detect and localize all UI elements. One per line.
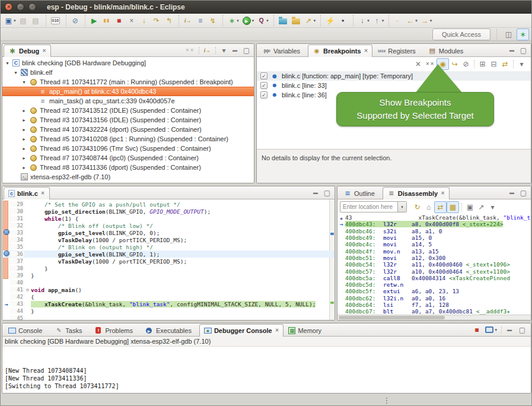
- instruction-stepping-button[interactable]: i→: [182, 15, 195, 27]
- breakpoint-checkbox[interactable]: ✓: [260, 91, 267, 99]
- view-tab[interactable]: Executables: [141, 324, 199, 337]
- debug-tree-item[interactable]: ▸ Thread #6 1073431096 (Tmr Svc) (Suspen…: [2, 144, 254, 153]
- editor-line[interactable]: 44 }: [2, 307, 335, 315]
- maximize-button[interactable]: ▢: [241, 45, 252, 56]
- view-tab[interactable]: Disassembly ✕: [383, 187, 450, 199]
- tree-expander-icon[interactable]: ▸: [21, 137, 27, 142]
- disassembly-row[interactable]: 400dbc49:movia15, 0: [337, 234, 531, 241]
- debug-tree-item[interactable]: ▸ Thread #2 1073413512 (IDLE) (Suspended…: [2, 106, 254, 115]
- disassembly-row[interactable]: 400dbc5a:call80x40084314 <xTaskCreatePin…: [337, 275, 531, 281]
- disassembly-row[interactable]: 400dbc5d:retw.n: [337, 281, 531, 288]
- disconnect-button[interactable]: ×: [126, 15, 138, 27]
- editor-gutter-marker[interactable]: [2, 301, 10, 307]
- view-tab[interactable]: Variables: [258, 45, 308, 57]
- new-wizard-button[interactable]: ▣ ▾: [3, 15, 18, 27]
- fold-marker-icon[interactable]: ⊖: [24, 287, 31, 293]
- debug-tree-item[interactable]: ▾ Thread #1 1073411772 (main : Running) …: [2, 77, 254, 87]
- collapse-all-button[interactable]: ⊟: [488, 58, 499, 70]
- next-annotation-button[interactable]: ↓ ▾: [356, 15, 371, 27]
- editor-line[interactable]: 30 gpio_set_direction(BLINK_GPIO, GPIO_M…: [2, 208, 335, 215]
- maximize-button[interactable]: ▢: [518, 188, 529, 198]
- save-button[interactable]: ▤: [18, 15, 30, 27]
- editor-line[interactable]: 36 gpio_set_level(BLINK_GPIO, 1);: [2, 250, 335, 258]
- debug-tree-item[interactable]: ▾ blink checking [GDB Hardware Debugging…: [2, 58, 254, 68]
- combo-dropdown-icon[interactable]: ▾: [397, 202, 406, 212]
- open-perspective-button[interactable]: ◫: [503, 28, 514, 40]
- debug-tree[interactable]: ▾ blink checking [GDB Hardware Debugging…: [2, 57, 254, 183]
- step-return-button[interactable]: ↰: [163, 15, 176, 27]
- horizontal-scrollbar[interactable]: [337, 315, 531, 320]
- window-minimize-button[interactable]: –: [17, 3, 24, 11]
- save-all-button[interactable]: ▤: [30, 15, 43, 27]
- editor-line[interactable]: 40: [2, 279, 335, 286]
- open-element-button[interactable]: ↗ ▾: [303, 15, 318, 27]
- window-close-button[interactable]: ✕: [5, 3, 12, 11]
- open-folder-button[interactable]: [277, 15, 290, 27]
- tree-expander-icon[interactable]: ▾: [21, 80, 27, 85]
- tab-close-icon[interactable]: ✕: [440, 191, 445, 196]
- track-expression-toggle[interactable]: ⇄: [434, 201, 447, 213]
- instruction-stepping-toggle[interactable]: i→: [202, 45, 213, 56]
- breakpoint-checkbox[interactable]: ✓: [260, 82, 267, 89]
- maximize-button[interactable]: ▢: [517, 325, 529, 335]
- use-step-filters-button[interactable]: ≡: [195, 15, 207, 27]
- editor-line[interactable]: 39 }: [2, 272, 335, 279]
- link-with-debug-button[interactable]: ⇄: [499, 58, 511, 70]
- console-body[interactable]: blink checking [GDB Hardware Debugging] …: [2, 337, 531, 393]
- tab-close-icon[interactable]: ✕: [364, 48, 368, 53]
- console-output[interactable]: [New Thread 1073408744][New Thread 10734…: [2, 344, 531, 393]
- open-resource-button[interactable]: [290, 15, 303, 27]
- refresh-button[interactable]: ↻: [412, 201, 423, 213]
- view-menu-button[interactable]: ▾: [218, 45, 230, 56]
- display-selected-console-button[interactable]: ▾: [483, 325, 499, 335]
- location-combo[interactable]: Enter location here ▾: [340, 201, 407, 212]
- previous-annotation-button[interactable]: ↑ ▾: [371, 15, 386, 27]
- debug-tree-item[interactable]: ▸ Thread #3 1073413156 (IDLE) (Suspended…: [2, 115, 254, 125]
- disassembly-row[interactable]: 400dbc46:s32ia8, a1, 0: [337, 228, 531, 234]
- debug-tree-item[interactable]: ▸ Thread #8 1073411336 (dport) (Suspende…: [2, 163, 254, 172]
- editor-line[interactable]: 35 /* Blink on (output high) */: [2, 243, 335, 250]
- suspend-button[interactable]: ▮▮: [101, 15, 113, 27]
- tree-expander-icon[interactable]: ▾: [13, 70, 18, 75]
- minimize-button[interactable]: ▬: [504, 325, 517, 335]
- maximize-button[interactable]: ▢: [518, 45, 529, 56]
- editor-line[interactable]: 34 vTaskDelay(1000 / portTICK_PERIOD_MS)…: [2, 236, 335, 243]
- expand-all-button[interactable]: ⊞: [477, 58, 488, 70]
- view-tab[interactable]: Memory: [283, 324, 329, 337]
- remove-all-breakpoints-button[interactable]: ✕✕: [424, 58, 437, 70]
- editor-line[interactable]: 31 while(1) {: [2, 215, 335, 222]
- location-input[interactable]: Enter location here: [340, 204, 397, 210]
- editor-gutter-marker[interactable]: [2, 229, 10, 236]
- disassembly-row[interactable]: 400dbc43:l32ra8, 0x400d00f8 <_stext+224>: [337, 221, 531, 227]
- disassembly-row[interactable]: 400dbc54:l32ra11, 0x400d0460 <_stext+109…: [337, 261, 531, 268]
- editor-gutter-marker[interactable]: [2, 250, 10, 258]
- view-tab[interactable]: Modules: [423, 45, 472, 57]
- disassembly-row[interactable]: 400dbc57:l32ra10, 0x400d0464 <_stext+110…: [337, 268, 531, 274]
- tree-expander-icon[interactable]: ▸: [21, 156, 27, 161]
- last-edit-location-button[interactable]: ←: [392, 15, 404, 27]
- debug-tree-item[interactable]: xtensa-esp32-elf-gdb (7.10): [2, 172, 254, 182]
- debug-tree-item[interactable]: ▸ Thread #4 1073432224 (dport) (Suspende…: [2, 125, 254, 134]
- copy-button[interactable]: ▣: [464, 201, 476, 213]
- tree-expander-icon[interactable]: ▸: [21, 146, 27, 151]
- statusbar-drag-handle[interactable]: [386, 397, 388, 405]
- disassembly-row[interactable]: 400dbc51:movia12, 0x300: [337, 255, 531, 261]
- remove-all-terminated-button[interactable]: ✕✕: [184, 45, 196, 56]
- minimize-button[interactable]: ▬: [310, 188, 321, 198]
- disassembly-row[interactable]: 400dbc64:lsif7, a1, 128: [337, 302, 531, 308]
- show-source-toggle[interactable]: ▦: [447, 201, 459, 213]
- quick-access-button[interactable]: Quick Access: [432, 28, 490, 40]
- run-button[interactable]: ▶ ▾: [241, 15, 256, 27]
- step-over-button[interactable]: ↷: [151, 15, 163, 27]
- search-button[interactable]: ●: [337, 15, 350, 27]
- tree-expander-icon[interactable]: ▸: [21, 165, 27, 170]
- remove-breakpoint-button[interactable]: ✕: [413, 58, 424, 70]
- debug-tree-item[interactable]: app_main() at blink.c:43 0x400dbc43: [2, 87, 254, 96]
- debug-tree-item[interactable]: ▾ blink.elf: [2, 68, 254, 77]
- tab-close-icon[interactable]: ✕: [42, 48, 46, 53]
- debug-tree-item[interactable]: ▸ Thread #7 1073408744 (ipc0) (Suspended…: [2, 153, 254, 163]
- tree-expander-icon[interactable]: ▸: [21, 108, 27, 113]
- view-tab[interactable]: Tasks: [50, 324, 90, 337]
- disassembly-row[interactable]: 43 xTaskCreate(&blink_task, "blink_tas: [337, 214, 531, 221]
- debug-perspective-button[interactable]: ∗: [517, 28, 529, 40]
